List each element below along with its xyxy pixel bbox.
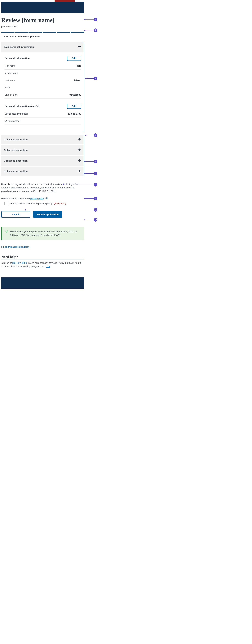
accordion-label: Collapsed accordion xyxy=(4,149,28,152)
annotation-marker: 4 xyxy=(85,134,97,137)
collapsed-accordion-group: Collapsed accordion Collapsed accordion … xyxy=(1,135,84,176)
progress-seg xyxy=(43,32,56,33)
field-row: Last name Jetson xyxy=(4,77,81,84)
footer-banner xyxy=(1,278,84,289)
privacy-checkbox[interactable] xyxy=(4,202,8,205)
accordion-label: Collapsed accordion xyxy=(4,138,28,141)
edit-button[interactable]: Edit xyxy=(67,56,81,61)
brand-red-accent xyxy=(54,0,75,2)
minus-icon xyxy=(78,45,81,49)
field-value: 123-45-6789 xyxy=(68,112,81,115)
accordion-label: Collapsed accordion xyxy=(4,159,28,162)
svg-rect-2 xyxy=(79,138,80,140)
plus-icon xyxy=(78,170,81,173)
accordion-header-personal[interactable]: Your personal information xyxy=(1,42,84,52)
svg-rect-6 xyxy=(79,159,80,162)
annotation-marker: 8 xyxy=(84,197,97,200)
field-row: Date of birth 01/01/1980 xyxy=(4,91,81,98)
plus-icon xyxy=(78,138,81,142)
annotation-marker: 1 xyxy=(84,18,97,22)
privacy-lead: Please read and accept the xyxy=(1,197,30,200)
button-row: « Back Submit Application xyxy=(1,211,84,218)
accordion-header-collapsed[interactable]: Collapsed accordion xyxy=(1,135,84,144)
form-number: [Form number] xyxy=(1,25,84,28)
checkbox-label: I have read and accept the privacy polic… xyxy=(10,202,53,205)
field-label: VA File number xyxy=(4,120,20,122)
svg-rect-0 xyxy=(78,46,81,47)
submit-button[interactable]: Submit Application xyxy=(33,211,62,218)
phone-link[interactable]: 800-827-1000 xyxy=(12,262,27,264)
alert-text: We've saved your request. We saved it on… xyxy=(10,230,82,237)
field-value: Jetson xyxy=(74,79,81,82)
header-banner xyxy=(1,2,84,13)
annotation-marker: 9 xyxy=(25,208,97,212)
tty-link[interactable]: 711 xyxy=(46,265,50,268)
help-text-pre: Call us at xyxy=(2,262,12,264)
page-title: Review [form name] xyxy=(1,17,84,24)
accordion-label: Your personal information xyxy=(4,46,34,48)
privacy-prompt: Please read and accept the privacy polic… xyxy=(1,197,84,200)
progress-seg xyxy=(29,32,42,33)
check-icon xyxy=(5,230,8,237)
field-row: First name Rosie xyxy=(4,62,81,70)
progress-seg xyxy=(71,32,84,33)
section-title: Personal Information xyxy=(4,57,30,60)
help-text-post: . xyxy=(50,265,51,268)
need-help-title: Need help? xyxy=(1,255,84,260)
field-label: Suffix xyxy=(4,86,10,89)
progress-seg xyxy=(1,32,14,33)
progress-seg xyxy=(57,32,70,33)
saved-alert: We've saved your request. We saved it on… xyxy=(1,227,84,240)
annotation-marker: 2 xyxy=(84,28,97,32)
progress-seg xyxy=(15,32,28,33)
field-label: Social security number xyxy=(4,112,28,115)
edit-button[interactable]: Edit xyxy=(67,104,81,109)
external-link-icon xyxy=(46,197,48,199)
chevron-left-icon: « xyxy=(12,213,13,216)
field-label: Date of birth xyxy=(4,94,17,96)
field-label: First name xyxy=(4,64,16,67)
accordion-header-collapsed[interactable]: Collapsed accordion xyxy=(1,145,84,155)
field-value: Rosie xyxy=(75,64,81,67)
accordion-header-collapsed[interactable]: Collapsed accordion xyxy=(1,156,84,166)
annotation-marker: 5 xyxy=(84,160,97,163)
step-label: Step 6 of 6: Review application xyxy=(1,33,84,40)
annotation-marker: 7 xyxy=(63,183,97,186)
field-label: Last name xyxy=(4,79,16,82)
accordion-body: Personal Information Edit First name Ros… xyxy=(1,52,84,132)
field-row: Social security number 123-45-6789 xyxy=(4,110,81,118)
field-row: VA File number xyxy=(4,118,81,125)
plus-icon xyxy=(78,159,81,163)
svg-rect-8 xyxy=(79,170,80,172)
plus-icon xyxy=(78,148,81,152)
field-row: Suffix xyxy=(4,84,81,91)
field-value: 01/01/1980 xyxy=(69,94,81,96)
back-button[interactable]: « Back xyxy=(1,211,30,218)
field-label: Middle name xyxy=(4,72,18,74)
annotation-marker: 3 xyxy=(85,77,97,80)
annotation-marker: 10 xyxy=(84,218,97,222)
svg-rect-4 xyxy=(79,148,80,151)
section-title: Personal Information (cont'd) xyxy=(4,104,40,108)
accordion-header-collapsed[interactable]: Collapsed accordion xyxy=(1,166,84,176)
privacy-policy-link[interactable]: privacy policy xyxy=(30,197,44,200)
privacy-checkbox-row[interactable]: I have read and accept the privacy polic… xyxy=(1,202,84,205)
back-button-label: Back xyxy=(14,213,20,216)
field-row: Middle name xyxy=(4,70,81,77)
accordion-label: Collapsed accordion xyxy=(4,170,28,173)
finish-later-link[interactable]: Finish this application later xyxy=(1,246,29,248)
annotation-marker: 6 xyxy=(84,172,97,175)
need-help-section: Need help? Call us at 800-827-1000. We'r… xyxy=(1,255,84,268)
required-indicator: (*Required) xyxy=(54,202,66,205)
note-prefix: Note: xyxy=(1,183,7,186)
